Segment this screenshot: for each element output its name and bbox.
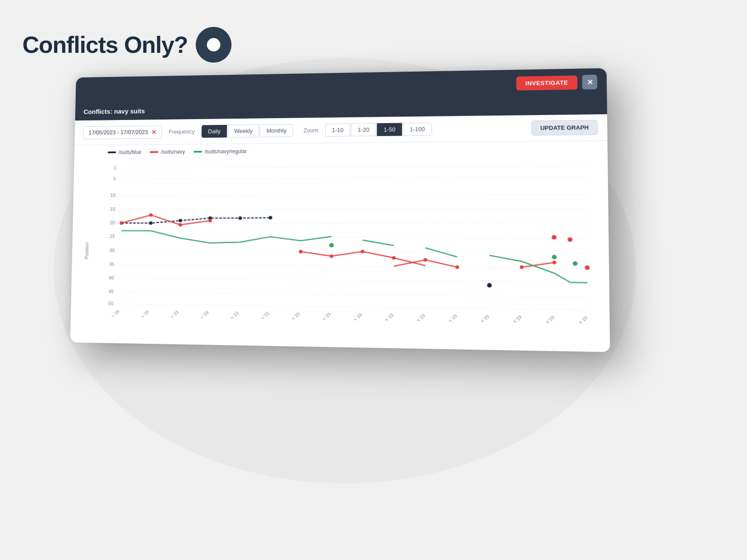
- dot-red-6: [330, 254, 333, 258]
- svg-text:10: 10: [110, 192, 116, 198]
- main-card: INVESTIGATE ✕ Conflicts: navy suits 17/0…: [70, 68, 610, 352]
- conflicts-only-section: Conflicts Only?: [22, 27, 232, 63]
- svg-line-9: [118, 292, 590, 297]
- freq-weekly-button[interactable]: Weekly: [228, 124, 259, 137]
- freq-monthly-button[interactable]: Monthly: [260, 124, 293, 137]
- card-title: Conflicts: navy suits: [83, 107, 145, 115]
- zoom-1-20-button[interactable]: 1-20: [351, 123, 376, 136]
- legend-label-blue: /suits/blue: [119, 149, 142, 155]
- legend-dot-blue: [107, 151, 116, 153]
- dot-green-3: [573, 261, 578, 266]
- svg-text:22nd Jun '23: 22nd Jun '23: [372, 312, 395, 324]
- zoom-1-10-button[interactable]: 1-10: [325, 124, 350, 137]
- svg-text:4th Jul '23: 4th Jul '23: [471, 314, 490, 324]
- dot-suits-navy-isolated1: [552, 235, 557, 239]
- date-range-text: 17/05/2023 - 17/07/2023: [89, 129, 148, 136]
- dot-end: [585, 265, 590, 270]
- legend-item-suits-navy: /suits/navy: [150, 149, 185, 155]
- svg-text:21st May '23: 21st May '23: [129, 309, 150, 324]
- frequency-buttons: Daily Weekly Monthly: [202, 124, 293, 137]
- svg-text:16th Jul '23: 16th Jul '23: [567, 315, 588, 324]
- svg-text:17th May '23: 17th May '23: [99, 309, 120, 324]
- svg-text:18th Jun '23: 18th Jun '23: [342, 312, 363, 324]
- dot-green-1: [329, 243, 334, 248]
- conflicts-only-toggle[interactable]: [196, 27, 232, 63]
- frequency-label: Frequency: [168, 128, 195, 135]
- svg-text:26th Jun '23: 26th Jun '23: [404, 313, 426, 324]
- dot-suits-navy-isolated2: [567, 237, 572, 242]
- svg-line-5: [119, 236, 589, 238]
- chart-svg: 1 5 10 15 20 25 30 35 40 45 50 17th May …: [96, 161, 600, 324]
- svg-text:14th Jun '23: 14th Jun '23: [311, 312, 332, 324]
- svg-text:30th Jun '23: 30th Jun '23: [436, 313, 458, 324]
- dot-red-1: [120, 221, 123, 225]
- dot-red-5: [299, 250, 302, 253]
- zoom-buttons: 1-10 1-20 1-50 1-100: [325, 123, 432, 137]
- svg-text:40: 40: [109, 275, 114, 280]
- dot-red-9: [424, 258, 427, 261]
- zoom-1-100-button[interactable]: 1-100: [403, 123, 432, 136]
- svg-text:30: 30: [109, 248, 115, 253]
- dot-red-2: [149, 213, 153, 217]
- dot-red-7: [361, 250, 364, 253]
- svg-text:45: 45: [108, 289, 114, 294]
- svg-text:2nd Jun '23: 2nd Jun '23: [220, 310, 240, 324]
- dot-red-4: [208, 219, 212, 222]
- legend-item-suits-navy-regular: /suits/navy/regular: [193, 148, 247, 155]
- legend-dot-navy: [150, 151, 158, 153]
- legend-label-navy: /suits/navy: [161, 149, 185, 155]
- investigate-button[interactable]: INVESTIGATE: [516, 75, 577, 90]
- freq-daily-button[interactable]: Daily: [202, 125, 227, 138]
- dot-red-11: [520, 265, 524, 269]
- svg-text:12th Jul '23: 12th Jul '23: [534, 315, 555, 324]
- legend-dot-navy-regular: [193, 151, 202, 153]
- svg-text:5: 5: [113, 176, 116, 181]
- legend-item-suits-blue: /suits/blue: [107, 149, 141, 155]
- close-button[interactable]: ✕: [582, 75, 597, 90]
- dot-red-8: [392, 256, 395, 260]
- date-clear-button[interactable]: ✕: [151, 128, 157, 136]
- conflicts-only-label: Conflicts Only?: [22, 31, 188, 58]
- svg-text:29th May '23: 29th May '23: [188, 310, 210, 324]
- svg-line-10: [118, 304, 590, 310]
- dot-blue-3: [179, 219, 182, 222]
- dot-blue-5: [238, 216, 242, 220]
- dot-red-3: [179, 223, 182, 227]
- svg-line-0: [120, 166, 588, 168]
- svg-text:25: 25: [109, 233, 115, 239]
- dot-red-12: [552, 261, 556, 264]
- svg-line-7: [119, 265, 590, 268]
- svg-text:8th Jul '23: 8th Jul '23: [504, 314, 523, 324]
- dot-suits-blue-isolated: [487, 283, 492, 287]
- line-suits-navy-regular-seg4: [489, 255, 588, 282]
- dot-blue-6: [269, 216, 272, 219]
- svg-text:35: 35: [109, 261, 114, 267]
- svg-text:25th May '23: 25th May '23: [158, 310, 180, 324]
- svg-text:15: 15: [110, 206, 116, 212]
- dot-blue-2: [149, 222, 153, 225]
- svg-text:50: 50: [108, 301, 113, 306]
- update-graph-button[interactable]: UPDATE GRAPH: [531, 120, 597, 136]
- y-axis-label: Position: [84, 242, 90, 259]
- svg-line-2: [120, 195, 589, 196]
- dot-red-10: [455, 265, 459, 269]
- svg-line-1: [120, 177, 588, 179]
- svg-text:6th Jun '23: 6th Jun '23: [251, 311, 270, 324]
- svg-line-8: [118, 278, 590, 283]
- dot-green-2: [552, 255, 557, 259]
- zoom-label: Zoom: [304, 127, 318, 134]
- chart-area: Position 1 5 10 15 20 25 30 35: [70, 156, 610, 352]
- svg-text:10th Jun '23: 10th Jun '23: [280, 311, 301, 324]
- line-suits-navy-regular-seg2: [363, 240, 394, 245]
- zoom-1-50-button[interactable]: 1-50: [377, 123, 402, 136]
- svg-text:20: 20: [110, 220, 115, 225]
- date-range-box[interactable]: 17/05/2023 - 17/07/2023 ✕: [83, 125, 162, 139]
- legend-label-navy-regular: /suits/navy/regular: [205, 148, 247, 154]
- svg-text:1: 1: [113, 165, 116, 171]
